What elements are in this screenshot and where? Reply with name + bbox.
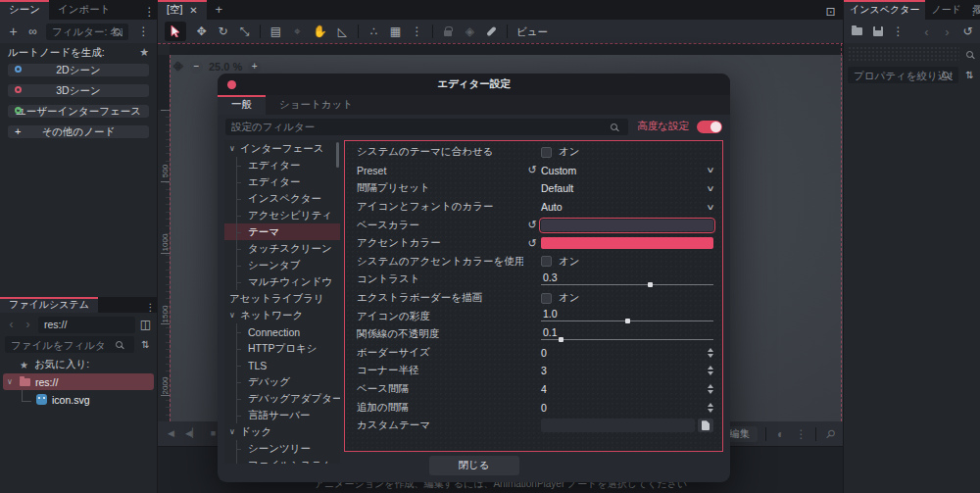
- move-pivot-icon[interactable]: ⌖: [291, 23, 304, 40]
- setting-spinbox[interactable]: 4: [541, 383, 713, 395]
- close-dialog-button[interactable]: 閉じる: [429, 456, 519, 475]
- list-select-icon[interactable]: ▤: [270, 23, 282, 40]
- nav-back-icon[interactable]: ‹: [5, 316, 18, 333]
- move-tool-icon[interactable]: ✥: [195, 23, 208, 40]
- scale-tool-icon[interactable]: ⤡: [238, 23, 251, 40]
- browse-file-icon[interactable]: [698, 419, 713, 432]
- spin-arrows-icon[interactable]: [708, 348, 713, 358]
- onion-skinning-icon[interactable]: ◐: [774, 425, 787, 443]
- history-forward-icon[interactable]: ›: [941, 23, 954, 40]
- settings-tree-item[interactable]: HTTPプロキシ: [224, 340, 340, 357]
- dialog-titlebar[interactable]: エディター設定: [218, 74, 730, 95]
- property-tools-icon[interactable]: ⇅: [963, 67, 976, 84]
- dock-tab[interactable]: インスペクター: [844, 0, 925, 20]
- nav-forward-icon[interactable]: ›: [22, 316, 34, 333]
- settings-tree-item[interactable]: デバッグアダプター: [224, 390, 340, 407]
- distraction-free-icon[interactable]: ⊡: [824, 3, 837, 21]
- instance-scene-icon[interactable]: ∞: [26, 23, 39, 40]
- expand-chevron-icon[interactable]: ∨: [229, 144, 240, 153]
- fs-tree-row[interactable]: icon.svg: [3, 391, 154, 408]
- smart-snap-icon[interactable]: ∴: [368, 23, 380, 40]
- pin-panel-icon[interactable]: ⚲: [820, 423, 842, 445]
- ruler-tool-icon[interactable]: ◺: [336, 23, 349, 40]
- root-node-button[interactable]: 2Dシーン: [8, 64, 149, 76]
- spin-arrows-icon[interactable]: [708, 366, 713, 375]
- root-node-button[interactable]: 3Dシーン: [8, 84, 149, 97]
- revert-icon[interactable]: ↺: [527, 219, 536, 230]
- play-backwards-icon[interactable]: ◀: [165, 425, 177, 443]
- checkbox[interactable]: [541, 293, 552, 304]
- center-view-icon[interactable]: ✥: [172, 58, 184, 75]
- settings-tree-item[interactable]: アセットライブラリ: [224, 290, 340, 307]
- root-node-button[interactable]: ユーザーインターフェース: [8, 105, 149, 118]
- lock-node-icon[interactable]: [442, 23, 455, 40]
- save-icon[interactable]: [871, 23, 884, 40]
- zoom-level[interactable]: 25.0 %: [209, 61, 242, 73]
- color-swatch[interactable]: [541, 220, 713, 231]
- fs-sort-icon[interactable]: ⇅: [139, 336, 152, 354]
- zoom-out-button[interactable]: −: [190, 61, 203, 74]
- expand-chevron-icon[interactable]: ∨: [229, 311, 240, 320]
- inspector-menu-icon[interactable]: ⋮: [967, 3, 980, 21]
- favorite-star-icon[interactable]: ★: [139, 46, 149, 59]
- settings-tree-item[interactable]: デバッグ: [224, 373, 340, 390]
- rotate-tool-icon[interactable]: ↻: [217, 23, 229, 40]
- scene-tab-empty[interactable]: [空] ✕: [158, 0, 207, 20]
- settings-tree-item[interactable]: Connection: [224, 323, 340, 340]
- spin-arrows-icon[interactable]: [708, 403, 713, 413]
- history-back-icon[interactable]: ‹: [920, 23, 933, 40]
- setting-slider[interactable]: 0.3: [541, 271, 713, 289]
- view-menu-button[interactable]: ビュー: [516, 23, 548, 40]
- select-tool-icon[interactable]: [165, 22, 186, 41]
- snap-options-icon[interactable]: ⋮: [411, 23, 423, 40]
- revert-icon[interactable]: ↺: [527, 164, 536, 175]
- dialog-tab[interactable]: 一般: [218, 95, 266, 115]
- setting-slider[interactable]: 1.0: [541, 307, 713, 325]
- settings-tree-item[interactable]: ∨ ドック: [224, 423, 340, 440]
- setting-dropdown[interactable]: Default ∨: [541, 182, 713, 194]
- settings-tree-item[interactable]: アクセシビリティ: [224, 207, 340, 223]
- skeleton-options-icon[interactable]: [485, 23, 498, 40]
- setting-spinbox[interactable]: 0: [541, 402, 713, 414]
- settings-tree-item[interactable]: マルチウィンドウ: [224, 273, 340, 290]
- settings-tree-item[interactable]: タッチスクリーン: [224, 240, 340, 257]
- close-tab-icon[interactable]: ✕: [189, 5, 197, 16]
- grid-snap-icon[interactable]: ▦: [389, 23, 402, 40]
- settings-tree-item[interactable]: ∨ ネットワーク: [224, 307, 340, 323]
- onion-options-icon[interactable]: ⋮: [795, 425, 808, 443]
- slider-handle[interactable]: [648, 282, 653, 287]
- tree-scrollbar[interactable]: [336, 142, 339, 168]
- settings-tree-item[interactable]: ∨ インターフェース: [224, 140, 340, 157]
- advanced-settings-toggle[interactable]: [697, 121, 722, 133]
- search-docs-icon[interactable]: [963, 45, 976, 63]
- resource-options-icon[interactable]: ⋮: [892, 23, 905, 40]
- spin-arrows-icon[interactable]: [708, 384, 713, 394]
- settings-tree-item[interactable]: テーマ: [224, 223, 340, 240]
- add-node-icon[interactable]: +: [7, 23, 20, 40]
- file-path-field[interactable]: [541, 419, 695, 432]
- play-backwards-end-icon[interactable]: ◀▏: [185, 425, 199, 443]
- dock-tab[interactable]: シーン: [0, 0, 49, 20]
- fs-path-field[interactable]: res://: [38, 317, 135, 333]
- fs-tree-row[interactable]: ∨ res://: [3, 373, 154, 390]
- pan-tool-icon[interactable]: ✋: [313, 23, 327, 40]
- split-view-icon[interactable]: ◫: [139, 316, 152, 333]
- settings-tree-item[interactable]: TLS: [224, 357, 340, 373]
- slider-handle[interactable]: [625, 319, 630, 323]
- scene-options-icon[interactable]: ⋮: [137, 23, 150, 40]
- settings-tree-item[interactable]: エディター: [224, 173, 340, 190]
- expand-chevron-icon[interactable]: ∨: [229, 427, 240, 436]
- dock-tab[interactable]: インポート: [49, 0, 119, 20]
- revert-icon[interactable]: ↺: [527, 237, 536, 249]
- group-node-icon[interactable]: ◈: [464, 23, 476, 40]
- setting-slider[interactable]: 0.1: [541, 325, 713, 344]
- slider-handle[interactable]: [559, 337, 564, 342]
- color-swatch[interactable]: [541, 237, 713, 249]
- new-scene-tab-icon[interactable]: +: [213, 0, 225, 18]
- settings-tree-item[interactable]: 言語サーバー: [224, 407, 340, 423]
- settings-filter-input[interactable]: [225, 119, 628, 135]
- checkbox[interactable]: [541, 256, 552, 267]
- checkbox[interactable]: [541, 147, 552, 158]
- setting-spinbox[interactable]: 3: [541, 365, 713, 376]
- setting-dropdown[interactable]: Auto ∨: [541, 201, 713, 213]
